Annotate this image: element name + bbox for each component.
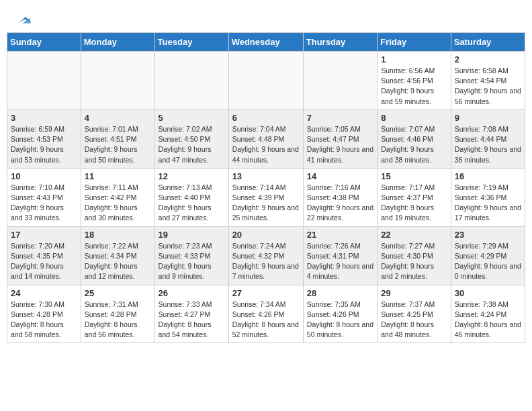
calendar-cell: 10Sunrise: 7:10 AM Sunset: 4:43 PM Dayli… — [7, 168, 81, 226]
calendar-cell: 1Sunrise: 6:56 AM Sunset: 4:56 PM Daylig… — [378, 52, 451, 110]
day-info: Sunrise: 7:34 AM Sunset: 4:26 PM Dayligh… — [232, 300, 300, 340]
calendar-cell: 7Sunrise: 7:05 AM Sunset: 4:47 PM Daylig… — [303, 109, 377, 168]
day-info: Sunrise: 7:24 AM Sunset: 4:32 PM Dayligh… — [232, 241, 300, 282]
day-number: 21 — [307, 230, 373, 240]
day-info: Sunrise: 7:29 AM Sunset: 4:29 PM Dayligh… — [455, 241, 521, 282]
day-number: 4 — [85, 113, 151, 123]
weekday-header-monday: Monday — [81, 33, 154, 52]
day-info: Sunrise: 7:27 AM Sunset: 4:30 PM Dayligh… — [381, 241, 447, 282]
logo — [13, 12, 31, 26]
calendar-cell — [303, 52, 377, 110]
day-number: 17 — [11, 230, 77, 240]
day-info: Sunrise: 7:16 AM Sunset: 4:38 PM Dayligh… — [307, 183, 373, 224]
day-info: Sunrise: 7:33 AM Sunset: 4:27 PM Dayligh… — [159, 300, 225, 340]
day-number: 28 — [307, 288, 373, 298]
day-info: Sunrise: 7:22 AM Sunset: 4:34 PM Dayligh… — [85, 241, 151, 282]
calendar-cell: 11Sunrise: 7:11 AM Sunset: 4:42 PM Dayli… — [81, 168, 154, 226]
calendar-cell — [154, 52, 228, 110]
calendar-cell: 22Sunrise: 7:27 AM Sunset: 4:30 PM Dayli… — [378, 226, 451, 285]
day-number: 9 — [455, 113, 521, 123]
day-info: Sunrise: 7:26 AM Sunset: 4:31 PM Dayligh… — [307, 241, 373, 282]
day-number: 6 — [232, 113, 300, 123]
calendar-cell: 17Sunrise: 7:20 AM Sunset: 4:35 PM Dayli… — [7, 226, 81, 285]
day-info: Sunrise: 7:35 AM Sunset: 4:26 PM Dayligh… — [307, 300, 373, 340]
day-number: 15 — [381, 171, 447, 181]
day-info: Sunrise: 7:23 AM Sunset: 4:33 PM Dayligh… — [159, 241, 225, 282]
day-number: 20 — [232, 230, 300, 240]
calendar-cell: 29Sunrise: 7:37 AM Sunset: 4:25 PM Dayli… — [378, 285, 451, 343]
calendar-cell: 4Sunrise: 7:01 AM Sunset: 4:51 PM Daylig… — [81, 109, 154, 168]
day-number: 1 — [381, 54, 447, 64]
calendar-cell — [7, 52, 81, 110]
calendar-cell: 13Sunrise: 7:14 AM Sunset: 4:39 PM Dayli… — [228, 168, 303, 226]
day-number: 10 — [11, 171, 77, 181]
day-info: Sunrise: 7:19 AM Sunset: 4:36 PM Dayligh… — [455, 183, 521, 224]
day-info: Sunrise: 7:31 AM Sunset: 4:28 PM Dayligh… — [85, 300, 151, 340]
weekday-header-sunday: Sunday — [7, 33, 81, 52]
day-number: 23 — [455, 230, 521, 240]
weekday-header-saturday: Saturday — [451, 33, 525, 52]
day-number: 16 — [455, 171, 521, 181]
day-info: Sunrise: 6:58 AM Sunset: 4:54 PM Dayligh… — [455, 66, 521, 107]
day-info: Sunrise: 7:11 AM Sunset: 4:42 PM Dayligh… — [85, 183, 151, 224]
day-info: Sunrise: 7:38 AM Sunset: 4:24 PM Dayligh… — [455, 300, 521, 340]
day-info: Sunrise: 7:17 AM Sunset: 4:37 PM Dayligh… — [381, 183, 447, 224]
day-number: 8 — [381, 113, 447, 123]
calendar-cell: 5Sunrise: 7:02 AM Sunset: 4:50 PM Daylig… — [154, 109, 228, 168]
logo-bird-icon — [15, 12, 31, 28]
calendar-cell: 21Sunrise: 7:26 AM Sunset: 4:31 PM Dayli… — [303, 226, 377, 285]
day-number: 29 — [381, 288, 447, 298]
calendar-cell: 16Sunrise: 7:19 AM Sunset: 4:36 PM Dayli… — [451, 168, 525, 226]
calendar-cell: 3Sunrise: 6:59 AM Sunset: 4:53 PM Daylig… — [7, 109, 81, 168]
calendar-cell: 9Sunrise: 7:08 AM Sunset: 4:44 PM Daylig… — [451, 109, 525, 168]
day-info: Sunrise: 7:30 AM Sunset: 4:28 PM Dayligh… — [11, 300, 77, 340]
day-info: Sunrise: 7:13 AM Sunset: 4:40 PM Dayligh… — [159, 183, 225, 224]
calendar-cell: 12Sunrise: 7:13 AM Sunset: 4:40 PM Dayli… — [154, 168, 228, 226]
page-header — [7, 7, 525, 28]
day-number: 11 — [85, 171, 151, 181]
calendar-table: SundayMondayTuesdayWednesdayThursdayFrid… — [7, 32, 525, 343]
day-info: Sunrise: 7:05 AM Sunset: 4:47 PM Dayligh… — [307, 124, 373, 165]
day-number: 25 — [85, 288, 151, 298]
day-number: 18 — [85, 230, 151, 240]
calendar-cell: 18Sunrise: 7:22 AM Sunset: 4:34 PM Dayli… — [81, 226, 154, 285]
calendar-cell: 2Sunrise: 6:58 AM Sunset: 4:54 PM Daylig… — [451, 52, 525, 110]
calendar-cell — [228, 52, 303, 110]
calendar-cell: 8Sunrise: 7:07 AM Sunset: 4:46 PM Daylig… — [378, 109, 451, 168]
day-info: Sunrise: 7:14 AM Sunset: 4:39 PM Dayligh… — [232, 183, 300, 224]
day-info: Sunrise: 6:56 AM Sunset: 4:56 PM Dayligh… — [381, 66, 447, 107]
calendar-cell: 6Sunrise: 7:04 AM Sunset: 4:48 PM Daylig… — [228, 109, 303, 168]
calendar-cell: 14Sunrise: 7:16 AM Sunset: 4:38 PM Dayli… — [303, 168, 377, 226]
weekday-header-tuesday: Tuesday — [154, 33, 228, 52]
day-number: 30 — [455, 288, 521, 298]
calendar-cell: 20Sunrise: 7:24 AM Sunset: 4:32 PM Dayli… — [228, 226, 303, 285]
calendar-cell: 27Sunrise: 7:34 AM Sunset: 4:26 PM Dayli… — [228, 285, 303, 343]
day-number: 5 — [159, 113, 225, 123]
calendar-cell: 26Sunrise: 7:33 AM Sunset: 4:27 PM Dayli… — [154, 285, 228, 343]
calendar-cell — [81, 52, 154, 110]
day-info: Sunrise: 7:37 AM Sunset: 4:25 PM Dayligh… — [381, 300, 447, 340]
calendar-cell: 28Sunrise: 7:35 AM Sunset: 4:26 PM Dayli… — [303, 285, 377, 343]
calendar-cell: 23Sunrise: 7:29 AM Sunset: 4:29 PM Dayli… — [451, 226, 525, 285]
day-number: 13 — [232, 171, 300, 181]
weekday-header-thursday: Thursday — [303, 33, 377, 52]
day-number: 24 — [11, 288, 77, 298]
calendar-cell: 30Sunrise: 7:38 AM Sunset: 4:24 PM Dayli… — [451, 285, 525, 343]
calendar-cell: 15Sunrise: 7:17 AM Sunset: 4:37 PM Dayli… — [378, 168, 451, 226]
weekday-header-friday: Friday — [378, 33, 451, 52]
day-number: 26 — [159, 288, 225, 298]
day-number: 7 — [307, 113, 373, 123]
day-info: Sunrise: 7:10 AM Sunset: 4:43 PM Dayligh… — [11, 183, 77, 224]
day-number: 2 — [455, 54, 521, 64]
day-info: Sunrise: 7:02 AM Sunset: 4:50 PM Dayligh… — [159, 124, 225, 165]
day-number: 14 — [307, 171, 373, 181]
calendar-cell: 19Sunrise: 7:23 AM Sunset: 4:33 PM Dayli… — [154, 226, 228, 285]
day-number: 3 — [11, 113, 77, 123]
day-number: 27 — [232, 288, 300, 298]
day-number: 22 — [381, 230, 447, 240]
day-number: 19 — [159, 230, 225, 240]
day-number: 12 — [159, 171, 225, 181]
weekday-header-wednesday: Wednesday — [228, 33, 303, 52]
day-info: Sunrise: 6:59 AM Sunset: 4:53 PM Dayligh… — [11, 124, 77, 165]
day-info: Sunrise: 7:01 AM Sunset: 4:51 PM Dayligh… — [85, 124, 151, 165]
